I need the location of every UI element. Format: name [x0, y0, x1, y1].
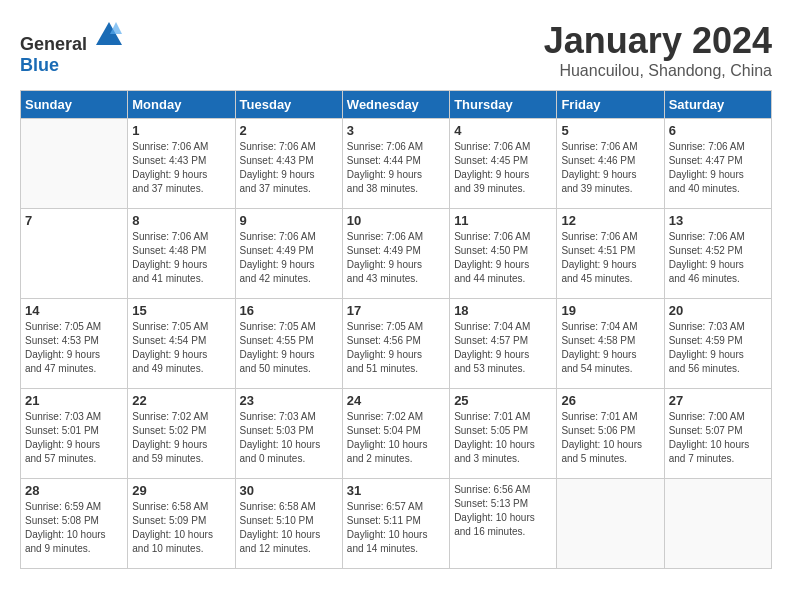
calendar-cell: 17Sunrise: 7:05 AMSunset: 4:56 PMDayligh…	[342, 299, 449, 389]
day-number: 25	[454, 393, 552, 408]
day-info: Sunrise: 7:01 AMSunset: 5:05 PMDaylight:…	[454, 410, 552, 466]
day-number: 3	[347, 123, 445, 138]
day-info: Sunrise: 7:03 AMSunset: 5:01 PMDaylight:…	[25, 410, 123, 466]
day-info: Sunrise: 7:04 AMSunset: 4:58 PMDaylight:…	[561, 320, 659, 376]
day-header-monday: Monday	[128, 91, 235, 119]
day-number: 30	[240, 483, 338, 498]
calendar-cell: 23Sunrise: 7:03 AMSunset: 5:03 PMDayligh…	[235, 389, 342, 479]
day-header-friday: Friday	[557, 91, 664, 119]
day-info: Sunrise: 7:06 AMSunset: 4:51 PMDaylight:…	[561, 230, 659, 286]
logo: General Blue	[20, 20, 124, 76]
page-header: General Blue January 2024 Huancuilou, Sh…	[20, 20, 772, 80]
calendar-cell: 5Sunrise: 7:06 AMSunset: 4:46 PMDaylight…	[557, 119, 664, 209]
day-number: 13	[669, 213, 767, 228]
day-info: Sunrise: 7:06 AMSunset: 4:49 PMDaylight:…	[347, 230, 445, 286]
week-row-5: 28Sunrise: 6:59 AMSunset: 5:08 PMDayligh…	[21, 479, 772, 569]
calendar-cell: 1Sunrise: 7:06 AMSunset: 4:43 PMDaylight…	[128, 119, 235, 209]
calendar-cell: 6Sunrise: 7:06 AMSunset: 4:47 PMDaylight…	[664, 119, 771, 209]
day-number: 15	[132, 303, 230, 318]
day-number: 12	[561, 213, 659, 228]
calendar-cell	[557, 479, 664, 569]
calendar-cell: 11Sunrise: 7:06 AMSunset: 4:50 PMDayligh…	[450, 209, 557, 299]
day-info: Sunrise: 7:06 AMSunset: 4:50 PMDaylight:…	[454, 230, 552, 286]
calendar-cell: Sunrise: 6:56 AMSunset: 5:13 PMDaylight:…	[450, 479, 557, 569]
calendar-cell: 25Sunrise: 7:01 AMSunset: 5:05 PMDayligh…	[450, 389, 557, 479]
day-number: 14	[25, 303, 123, 318]
day-info: Sunrise: 7:06 AMSunset: 4:43 PMDaylight:…	[240, 140, 338, 196]
day-number: 9	[240, 213, 338, 228]
day-info: Sunrise: 6:58 AMSunset: 5:09 PMDaylight:…	[132, 500, 230, 556]
day-info: Sunrise: 6:56 AMSunset: 5:13 PMDaylight:…	[454, 483, 552, 539]
day-info: Sunrise: 7:00 AMSunset: 5:07 PMDaylight:…	[669, 410, 767, 466]
day-number: 21	[25, 393, 123, 408]
day-number: 24	[347, 393, 445, 408]
day-info: Sunrise: 7:03 AMSunset: 5:03 PMDaylight:…	[240, 410, 338, 466]
calendar-cell: 31Sunrise: 6:57 AMSunset: 5:11 PMDayligh…	[342, 479, 449, 569]
day-info: Sunrise: 7:05 AMSunset: 4:53 PMDaylight:…	[25, 320, 123, 376]
day-number: 28	[25, 483, 123, 498]
day-info: Sunrise: 7:06 AMSunset: 4:43 PMDaylight:…	[132, 140, 230, 196]
logo-text: General Blue	[20, 20, 124, 76]
calendar-cell: 10Sunrise: 7:06 AMSunset: 4:49 PMDayligh…	[342, 209, 449, 299]
day-number: 5	[561, 123, 659, 138]
day-info: Sunrise: 7:06 AMSunset: 4:46 PMDaylight:…	[561, 140, 659, 196]
calendar-cell: 16Sunrise: 7:05 AMSunset: 4:55 PMDayligh…	[235, 299, 342, 389]
calendar-cell: 4Sunrise: 7:06 AMSunset: 4:45 PMDaylight…	[450, 119, 557, 209]
calendar-cell	[21, 119, 128, 209]
day-info: Sunrise: 7:04 AMSunset: 4:57 PMDaylight:…	[454, 320, 552, 376]
week-row-2: 78Sunrise: 7:06 AMSunset: 4:48 PMDayligh…	[21, 209, 772, 299]
calendar-cell: 3Sunrise: 7:06 AMSunset: 4:44 PMDaylight…	[342, 119, 449, 209]
day-info: Sunrise: 7:05 AMSunset: 4:55 PMDaylight:…	[240, 320, 338, 376]
calendar-cell: 26Sunrise: 7:01 AMSunset: 5:06 PMDayligh…	[557, 389, 664, 479]
calendar-cell: 21Sunrise: 7:03 AMSunset: 5:01 PMDayligh…	[21, 389, 128, 479]
week-row-1: 1Sunrise: 7:06 AMSunset: 4:43 PMDaylight…	[21, 119, 772, 209]
day-number: 29	[132, 483, 230, 498]
day-info: Sunrise: 7:06 AMSunset: 4:48 PMDaylight:…	[132, 230, 230, 286]
calendar-cell: 12Sunrise: 7:06 AMSunset: 4:51 PMDayligh…	[557, 209, 664, 299]
day-number: 10	[347, 213, 445, 228]
calendar-cell: 20Sunrise: 7:03 AMSunset: 4:59 PMDayligh…	[664, 299, 771, 389]
calendar-cell: 29Sunrise: 6:58 AMSunset: 5:09 PMDayligh…	[128, 479, 235, 569]
day-number: 4	[454, 123, 552, 138]
day-info: Sunrise: 7:02 AMSunset: 5:02 PMDaylight:…	[132, 410, 230, 466]
logo-icon	[94, 20, 124, 50]
day-number: 16	[240, 303, 338, 318]
calendar-table: SundayMondayTuesdayWednesdayThursdayFrid…	[20, 90, 772, 569]
day-info: Sunrise: 7:03 AMSunset: 4:59 PMDaylight:…	[669, 320, 767, 376]
title-section: January 2024 Huancuilou, Shandong, China	[544, 20, 772, 80]
day-info: Sunrise: 7:01 AMSunset: 5:06 PMDaylight:…	[561, 410, 659, 466]
day-number: 31	[347, 483, 445, 498]
week-row-3: 14Sunrise: 7:05 AMSunset: 4:53 PMDayligh…	[21, 299, 772, 389]
logo-blue: Blue	[20, 55, 59, 75]
day-number: 1	[132, 123, 230, 138]
calendar-cell: 30Sunrise: 6:58 AMSunset: 5:10 PMDayligh…	[235, 479, 342, 569]
day-info: Sunrise: 6:59 AMSunset: 5:08 PMDaylight:…	[25, 500, 123, 556]
day-header-thursday: Thursday	[450, 91, 557, 119]
calendar-cell: 22Sunrise: 7:02 AMSunset: 5:02 PMDayligh…	[128, 389, 235, 479]
day-number: 19	[561, 303, 659, 318]
day-number: 23	[240, 393, 338, 408]
day-number: 20	[669, 303, 767, 318]
calendar-cell: 28Sunrise: 6:59 AMSunset: 5:08 PMDayligh…	[21, 479, 128, 569]
day-number: 18	[454, 303, 552, 318]
calendar-cell: 27Sunrise: 7:00 AMSunset: 5:07 PMDayligh…	[664, 389, 771, 479]
day-number: 27	[669, 393, 767, 408]
day-number: 22	[132, 393, 230, 408]
calendar-subtitle: Huancuilou, Shandong, China	[544, 62, 772, 80]
day-info: Sunrise: 7:05 AMSunset: 4:56 PMDaylight:…	[347, 320, 445, 376]
day-info: Sunrise: 6:57 AMSunset: 5:11 PMDaylight:…	[347, 500, 445, 556]
calendar-header-row: SundayMondayTuesdayWednesdayThursdayFrid…	[21, 91, 772, 119]
day-info: Sunrise: 7:02 AMSunset: 5:04 PMDaylight:…	[347, 410, 445, 466]
calendar-title: January 2024	[544, 20, 772, 62]
day-number: 8	[132, 213, 230, 228]
day-number: 6	[669, 123, 767, 138]
day-header-wednesday: Wednesday	[342, 91, 449, 119]
day-number: 7	[25, 213, 123, 228]
calendar-cell: 24Sunrise: 7:02 AMSunset: 5:04 PMDayligh…	[342, 389, 449, 479]
day-header-saturday: Saturday	[664, 91, 771, 119]
logo-general: General	[20, 34, 87, 54]
day-header-tuesday: Tuesday	[235, 91, 342, 119]
calendar-cell	[664, 479, 771, 569]
day-info: Sunrise: 7:06 AMSunset: 4:44 PMDaylight:…	[347, 140, 445, 196]
week-row-4: 21Sunrise: 7:03 AMSunset: 5:01 PMDayligh…	[21, 389, 772, 479]
